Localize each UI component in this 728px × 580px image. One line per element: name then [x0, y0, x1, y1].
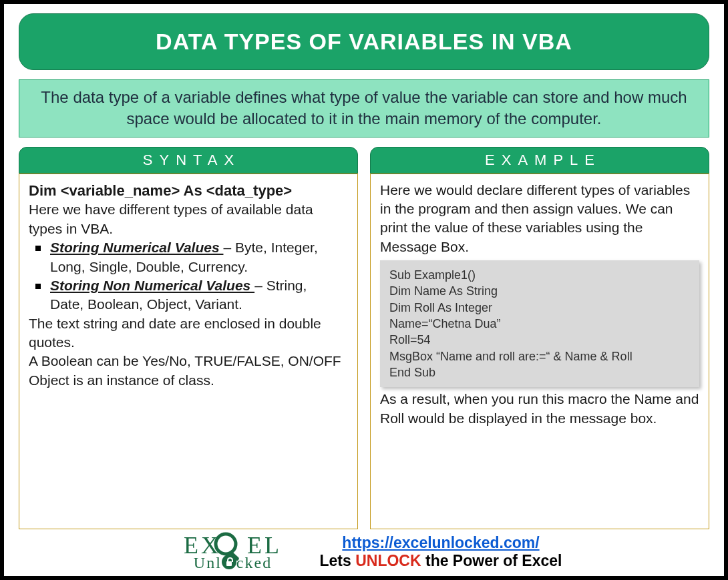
- tagline-post: the Power of Excel: [421, 552, 562, 569]
- bullet-label: Storing Non Numerical Values: [50, 278, 254, 293]
- syntax-header: SYNTAX: [19, 147, 358, 174]
- bullet-item: Storing Numerical Values – Byte, Integer…: [35, 238, 348, 257]
- bullet-continuation: Long, Single, Double, Currency.: [50, 258, 348, 276]
- page-title: DATA TYPES OF VARIABLES IN VBA: [19, 13, 709, 70]
- bullet-rest: – Byte, Integer,: [223, 240, 317, 255]
- bullet-continuation: Date, Boolean, Object, Variant.: [50, 295, 348, 314]
- footer-text-block: https://excelunlocked.com/ Lets UNLOCK t…: [320, 534, 562, 570]
- bullet-text: Storing Numerical Values – Byte, Integer…: [50, 238, 348, 257]
- syntax-column: SYNTAX Dim <variable_name> As <data_type…: [19, 147, 358, 529]
- document-frame: DATA TYPES OF VARIABLES IN VBA The data …: [0, 0, 728, 580]
- site-link[interactable]: https://excelunlocked.com/: [342, 534, 539, 551]
- syntax-note: A Boolean can be Yes/No, TRUE/FALSE, ON/…: [29, 352, 348, 370]
- bullet-rest: – String,: [254, 278, 307, 293]
- example-column: EXAMPLE Here we would declare different …: [370, 147, 709, 529]
- syntax-lead-text: Here we have different types of availabl…: [29, 200, 348, 238]
- brand-logo: EX EL Unlcked: [166, 533, 300, 571]
- tagline-pre: Lets: [320, 552, 356, 569]
- syntax-body: Dim <variable_name> As <data_type> Here …: [19, 174, 358, 529]
- syntax-note: The text string and date are enclosed in…: [29, 314, 348, 352]
- two-column-layout: SYNTAX Dim <variable_name> As <data_type…: [19, 147, 709, 529]
- square-bullet-icon: [35, 284, 41, 289]
- example-body: Here we would declare different types of…: [370, 174, 709, 529]
- example-intro: Here we would declare different types of…: [380, 181, 699, 256]
- square-bullet-icon: [35, 246, 41, 251]
- tagline-unlock: UNLOCK: [355, 552, 421, 569]
- syntax-declaration: Dim <variable_name> As <data_type>: [29, 181, 348, 201]
- code-block: Sub Example1() Dim Name As String Dim Ro…: [380, 260, 699, 387]
- bullet-label: Storing Numerical Values: [50, 240, 223, 255]
- lock-icon: [222, 555, 236, 569]
- example-result: As a result, when you run this macro the…: [380, 390, 699, 428]
- bullet-item: Storing Non Numerical Values – String,: [35, 276, 348, 295]
- page-footer: EX EL Unlcked https://excelunlocked.com/…: [19, 529, 709, 571]
- intro-text: The data type of a variable defines what…: [19, 79, 709, 137]
- svg-point-0: [216, 534, 236, 554]
- bullet-text: Storing Non Numerical Values – String,: [50, 276, 348, 295]
- example-header: EXAMPLE: [370, 147, 709, 174]
- syntax-note: Object is an instance of class.: [29, 371, 348, 390]
